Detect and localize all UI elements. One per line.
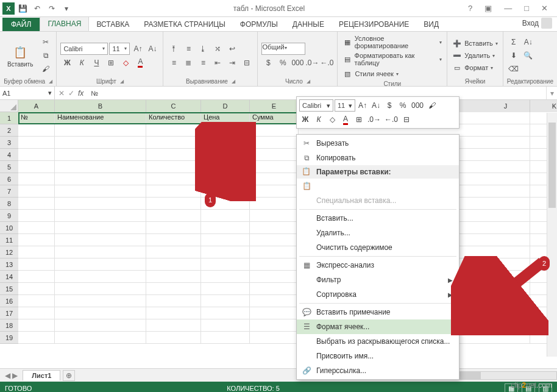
cell[interactable] [250,332,299,344]
cell[interactable] [201,137,250,149]
cell[interactable] [250,210,299,222]
font-launcher[interactable]: ◢ [120,79,124,84]
row-header-11[interactable]: 11 [0,234,18,246]
help-button[interactable]: ? [465,2,475,14]
cell[interactable] [18,319,55,332]
format-cells-button[interactable]: ▭Формат▾ [451,62,499,73]
tab-view[interactable]: ВИД [416,18,446,31]
cell[interactable] [201,173,250,185]
align-top-button[interactable]: ⭱ [167,43,180,55]
conditional-formatting-button[interactable]: ▦Условное форматирование▾ [341,34,443,50]
cm-cut[interactable]: ✂Вырезать [297,136,459,151]
cell[interactable] [201,283,250,295]
clear-button[interactable]: ⌫ [507,63,520,75]
cell[interactable] [481,283,530,295]
cell[interactable] [481,173,530,185]
cell[interactable] [18,185,55,198]
cell[interactable] [18,332,55,344]
cell[interactable] [55,210,146,222]
cell[interactable] [250,319,299,332]
col-header-D[interactable]: D [201,100,250,112]
row-header-7[interactable]: 7 [0,185,18,198]
increase-indent-button[interactable]: ⇥ [225,57,239,69]
increase-decimal-button[interactable]: .0→ [305,57,319,69]
cell[interactable] [146,246,201,258]
col-header-B[interactable]: B [55,100,146,112]
copy-button[interactable]: ⧉ [39,49,52,62]
cm-clear[interactable]: Очистить содержимое [297,240,459,255]
cell[interactable] [250,295,299,307]
cell[interactable] [481,149,530,161]
cell[interactable] [146,198,201,210]
col-header-K[interactable]: K [530,100,557,112]
orientation-button[interactable]: ⤭ [211,43,224,55]
cm-insert[interactable]: Вставить... [297,211,459,226]
cm-define-name[interactable]: Присвоить имя... [297,349,459,363]
sheet-tab-active[interactable]: Лист1 [23,370,60,380]
minimize-button[interactable]: — [501,2,515,14]
cell[interactable] [18,149,55,161]
cm-copy[interactable]: ⧉Копировать [297,151,459,165]
cell[interactable] [55,173,146,185]
cm-pick-from-list[interactable]: Выбрать из раскрывающегося списка... [297,334,459,349]
cell[interactable] [146,295,201,307]
row-header-8[interactable]: 8 [0,198,18,210]
italic-button[interactable]: К [75,57,88,69]
cell[interactable] [18,307,55,319]
cell[interactable] [146,258,201,271]
cell[interactable] [250,258,299,271]
cm-delete[interactable]: Удалить... [297,226,459,240]
cell[interactable] [481,246,530,258]
merge-button[interactable]: ⊟ [240,57,254,69]
mini-format-painter[interactable]: 🖌 [426,99,438,112]
mini-comma[interactable]: 000 [410,99,425,112]
cell-styles-button[interactable]: ▧Стили ячеек▾ [341,68,443,79]
cm-filter[interactable]: Фильтр▶ [297,273,459,287]
col-header-C[interactable]: C [146,100,201,112]
sheet-nav[interactable]: ◀ ▶ [0,371,23,380]
row-header-12[interactable]: 12 [0,246,18,258]
row-header-10[interactable]: 10 [0,222,18,234]
mini-currency[interactable]: $ [383,99,396,112]
tab-formulas[interactable]: ФОРМУЛЫ [233,18,285,31]
cell[interactable] [18,234,55,246]
cell[interactable] [55,332,146,344]
cell[interactable] [18,246,55,258]
cell[interactable] [55,307,146,319]
cm-insert-comment[interactable]: 💬Вставить примечание [297,305,459,319]
cell[interactable] [481,307,530,319]
tab-insert[interactable]: ВСТАВКА [89,18,137,31]
underline-button[interactable]: Ч [90,57,103,69]
mini-increase-font[interactable]: A↑ [357,99,369,112]
cell[interactable]: Цена [201,112,250,124]
cell[interactable]: Количество [146,112,201,124]
cell[interactable] [18,222,55,234]
cell[interactable] [146,271,201,283]
cell[interactable] [55,246,146,258]
cell[interactable] [55,271,146,283]
row-header-5[interactable]: 5 [0,161,18,173]
col-header-A[interactable]: A [18,100,55,112]
row-header-2[interactable]: 2 [0,124,18,137]
cell[interactable] [55,124,146,137]
clipboard-launcher[interactable]: ◢ [49,79,52,84]
number-format-combo[interactable]: Общий▾ [261,43,305,55]
cell[interactable] [18,258,55,271]
row-header-9[interactable]: 9 [0,210,18,222]
cell[interactable] [146,124,201,137]
increase-font-button[interactable]: A↑ [131,43,144,55]
cm-quick-analysis[interactable]: ▦Экспресс-анализ [297,258,459,273]
cell[interactable] [481,258,530,271]
align-left-button[interactable]: ≡ [167,57,180,69]
row-header-3[interactable]: 3 [0,137,18,149]
select-all-corner[interactable] [0,100,18,112]
col-header-E[interactable]: E [250,100,299,112]
cell[interactable] [481,295,530,307]
cell[interactable] [201,258,250,271]
cell[interactable] [55,295,146,307]
accept-formula-icon[interactable]: ✓ [68,89,74,98]
cell[interactable] [201,332,250,344]
cell[interactable] [201,149,250,161]
cell[interactable] [146,161,201,173]
cell[interactable] [481,198,530,210]
